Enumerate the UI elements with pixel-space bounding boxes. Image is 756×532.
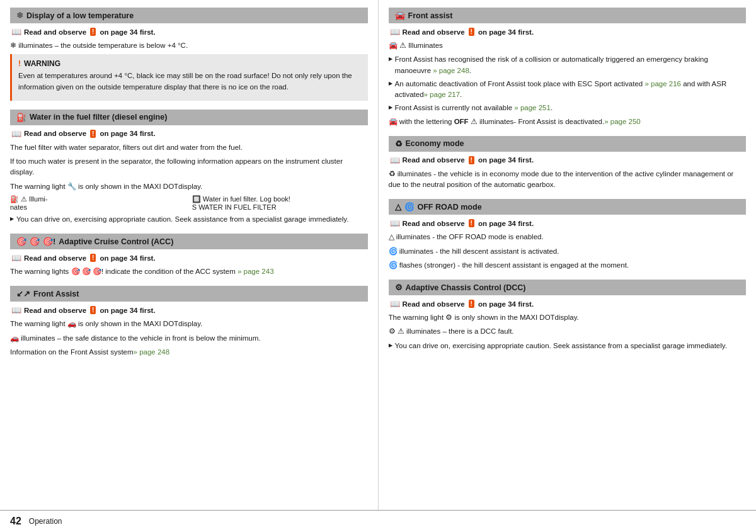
section-economy: ♻ Economy mode 📖 Read and observe ! on p…	[389, 136, 747, 191]
read-observe-acc: 📖 Read and observe ! on page 34 first.	[10, 253, 368, 263]
acc-body1: The warning lights 🎯 🎯 🎯! indicate the c…	[10, 266, 368, 277]
section-title-acc: Adaptive Cruise Control (ACC)	[59, 237, 173, 246]
section-header-water-fuel: ⛽ Water in the fuel filter (diesel engin…	[10, 110, 368, 125]
grid-row1-col2: 🔲 Water in fuel filter. Log book!	[192, 195, 368, 203]
acc-icon2: 🎯	[30, 237, 40, 246]
dcc-body1: The warning light ⚙ is only shown in the…	[389, 312, 747, 323]
content-area: ❄ Display of a low temperature 📖 Read an…	[0, 0, 756, 510]
book-icon-5: 📖	[390, 27, 400, 37]
fa-left-link[interactable]: » page 248	[134, 348, 170, 356]
section-acc: 🎯 🎯 🎯! Adaptive Cruise Control (ACC) 📖 R…	[10, 234, 368, 277]
acc-icon: 🎯	[16, 237, 26, 246]
section-header-front-assist-left: ↙↗ Front Assist	[10, 286, 368, 302]
warning-text: Even at temperatures around +4 °C, black…	[18, 71, 362, 93]
economy-body: ♻ illuminates - the vehicle is in econom…	[389, 169, 747, 191]
acc-link[interactable]: » page 243	[238, 268, 274, 275]
section-water-fuel: ⛽ Water in the fuel filter (diesel engin…	[10, 110, 368, 225]
water-fuel-body3: The warning light 🔧 is only shown in the…	[10, 181, 368, 192]
warning-badge: !	[90, 28, 96, 36]
water-fuel-info-grid: ⛽ ⚠ Illumi- nates 🔲 Water in fuel filter…	[10, 195, 368, 211]
fuel-icon: ⛽	[16, 113, 26, 122]
grid-row2-col2: S WATER IN FUEL FILTER	[192, 203, 368, 211]
far-link1[interactable]: » page 248	[433, 67, 469, 74]
section-title-front-assist-left: Front Assist	[33, 290, 79, 298]
section-front-assist-left: ↙↗ Front Assist 📖 Read and observe ! on …	[10, 286, 368, 358]
warning-badge-7: !	[469, 219, 474, 227]
warning-icon: !	[18, 59, 21, 68]
warning-box: ! WARNING Even at temperatures around +4…	[10, 54, 368, 101]
section-title-water-fuel: Water in the fuel filter (diesel engine)	[30, 113, 167, 122]
page-number: 42	[10, 516, 21, 527]
offroad-icon2: 🌀	[404, 202, 415, 212]
far-link2[interactable]: » page 216	[644, 80, 681, 88]
book-icon-4: 📖	[11, 305, 21, 315]
snowflake-icon: ❄	[16, 11, 23, 20]
warning-title: ! WARNING	[18, 59, 362, 68]
front-assist-right-icon: 🚘	[395, 11, 405, 20]
section-header-front-assist-right: 🚘 Front assist	[389, 8, 747, 23]
warning-badge-8: !	[469, 300, 474, 308]
page: ❄ Display of a low temperature 📖 Read an…	[0, 0, 756, 532]
section-header-dcc: ⚙ Adaptive Chassis Control (DCC)	[389, 280, 747, 295]
offroad-body2: 🌀 illuminates - the hill descent assista…	[389, 246, 747, 257]
dcc-icon: ⚙	[395, 283, 403, 292]
bottom-bar: 42 Operation	[0, 510, 756, 532]
section-offroad: △ 🌀 OFF ROAD mode 📖 Read and observe ! o…	[389, 199, 747, 271]
far-off-body: 🚘 with the lettering OFF ⚠ illuminates- …	[389, 116, 747, 127]
section-title-front-assist-right: Front assist	[408, 11, 453, 20]
offroad-body1: △ illuminates - the OFF ROAD mode is ena…	[389, 232, 747, 242]
fa-left-body1: The warning light 🚗 is only shown in the…	[10, 319, 368, 329]
section-header-low-temp: ❄ Display of a low temperature	[10, 8, 368, 23]
water-fuel-arrow: You can drive on, exercising appropriate…	[10, 214, 368, 225]
far-arrow1: Front Assist has recognised the risk of …	[389, 54, 747, 76]
economy-icon: ♻	[395, 139, 403, 149]
book-icon-2: 📖	[11, 129, 21, 139]
section-header-economy: ♻ Economy mode	[389, 136, 747, 152]
dcc-arrow: You can drive on, exercising appropriate…	[389, 341, 747, 351]
warning-badge-6: !	[469, 156, 474, 164]
warning-badge-4: !	[90, 306, 96, 314]
far-arrow3: Front Assist is currently not available …	[389, 103, 747, 113]
read-observe-low-temp: 📖 Read and observe ! on page 34 first.	[10, 27, 368, 37]
read-observe-offroad: 📖 Read and observe ! on page 34 first.	[389, 218, 747, 228]
section-header-offroad: △ 🌀 OFF ROAD mode	[389, 199, 747, 215]
far-link3[interactable]: » page 251	[514, 104, 551, 111]
section-dcc: ⚙ Adaptive Chassis Control (DCC) 📖 Read …	[389, 280, 747, 351]
far-link2b[interactable]: » page 217	[424, 91, 461, 98]
warning-badge-2: !	[90, 130, 96, 138]
dcc-body2: ⚙ ⚠ illuminates – there is a DCC fault.	[389, 326, 747, 337]
water-fuel-body2: If too much water is present in the sepa…	[10, 156, 368, 178]
section-header-acc: 🎯 🎯 🎯! Adaptive Cruise Control (ACC)	[10, 234, 368, 249]
page-label: Operation	[29, 517, 62, 526]
offroad-icon1: △	[395, 202, 401, 212]
book-icon: 📖	[11, 27, 21, 37]
front-assist-left-icon: ↙↗	[16, 289, 30, 298]
far-link-off[interactable]: » page 250	[604, 118, 641, 125]
book-icon-8: 📖	[390, 299, 400, 308]
grid-row1-col1: ⛽ ⚠ Illumi-	[10, 195, 186, 203]
section-title-dcc: Adaptive Chassis Control (DCC)	[406, 283, 526, 292]
far-illuminates: 🚘 ⚠ Illuminates	[389, 40, 747, 51]
grid-row2-col1: nates	[10, 203, 186, 211]
read-observe-front-assist-right: 📖 Read and observe ! on page 34 first.	[389, 27, 747, 37]
book-icon-3: 📖	[11, 253, 21, 263]
acc-icon3: 🎯!	[43, 237, 55, 246]
low-temp-body: ❄ illuminates – the outside temperature …	[10, 40, 368, 51]
read-observe-front-assist-left: 📖 Read and observe ! on page 34 first.	[10, 305, 368, 315]
section-front-assist-right: 🚘 Front assist 📖 Read and observe ! on p…	[389, 8, 747, 127]
read-observe-water-fuel: 📖 Read and observe ! on page 34 first.	[10, 129, 368, 139]
read-observe-dcc: 📖 Read and observe ! on page 34 first.	[389, 299, 747, 308]
warning-badge-5: !	[469, 28, 474, 36]
far-arrow2: An automatic deactivation of Front Assis…	[389, 79, 747, 101]
right-column: 🚘 Front assist 📖 Read and observe ! on p…	[379, 0, 757, 510]
section-title-low-temp: Display of a low temperature	[26, 11, 134, 20]
section-title-economy: Economy mode	[406, 139, 464, 148]
book-icon-6: 📖	[390, 156, 400, 165]
read-observe-economy: 📖 Read and observe ! on page 34 first.	[389, 156, 747, 165]
section-title-offroad: OFF ROAD mode	[418, 203, 482, 212]
fa-left-body3: Information on the Front Assist system» …	[10, 347, 368, 358]
water-fuel-body1: The fuel filter with water separator, fi…	[10, 142, 368, 153]
fa-left-body2: 🚗 illuminates – the safe distance to the…	[10, 333, 368, 344]
info-grid-col2: 🔲 Water in fuel filter. Log book! S WATE…	[192, 195, 368, 211]
section-low-temp: ❄ Display of a low temperature 📖 Read an…	[10, 8, 368, 101]
